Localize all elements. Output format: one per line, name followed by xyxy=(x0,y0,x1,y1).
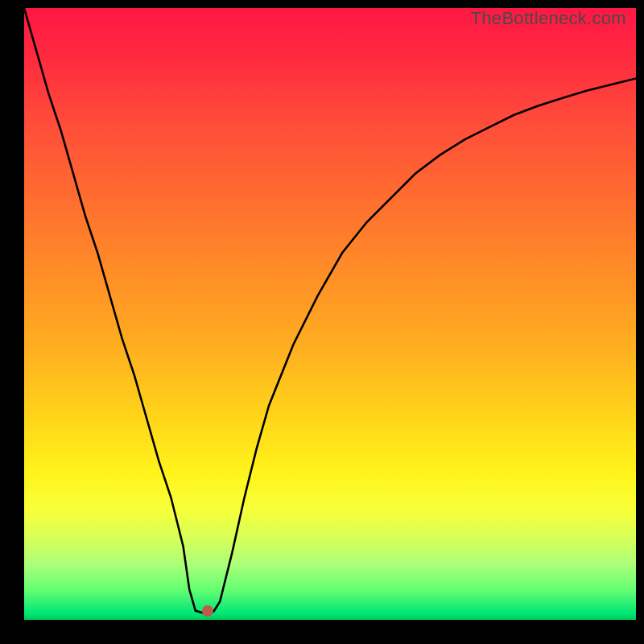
optimal-point-marker xyxy=(202,605,213,617)
curve-path xyxy=(24,8,636,613)
bottleneck-curve xyxy=(24,8,636,620)
chart-frame: TheBottleneck.com xyxy=(0,0,644,644)
plot-area: TheBottleneck.com xyxy=(24,8,636,620)
